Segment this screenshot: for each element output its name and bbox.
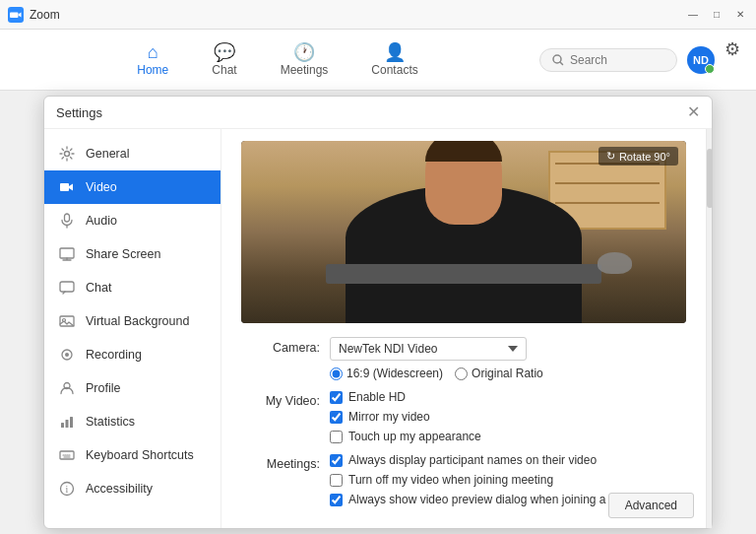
display-names-label: Always display participant names on thei…: [348, 453, 597, 467]
zoom-logo-icon: [8, 7, 24, 23]
turn-off-video-checkbox[interactable]: [330, 474, 343, 487]
tab-home[interactable]: ⌂ Home: [117, 35, 188, 85]
window-controls: — □ ✕: [685, 7, 748, 23]
tab-meetings-label: Meetings: [281, 63, 329, 77]
sidebar-video-label: Video: [86, 180, 117, 194]
desk: [326, 264, 601, 284]
camera-row: Camera: NewTek NDI Video Default Camera …: [241, 337, 686, 380]
chat-icon: 💬: [214, 43, 235, 61]
display-names-checkbox[interactable]: [330, 454, 343, 467]
mirror-video-label: Mirror my video: [348, 410, 430, 424]
svg-rect-7: [60, 282, 74, 292]
sidebar-item-audio[interactable]: Audio: [44, 204, 220, 237]
sidebar-item-recording[interactable]: Recording: [44, 338, 220, 371]
tab-chat[interactable]: 💬 Chat: [192, 35, 256, 85]
audio-icon: [58, 212, 76, 230]
touch-up-option[interactable]: Touch up my appearance: [330, 430, 686, 443]
video-preview: ↻ Rotate 90°: [241, 141, 686, 323]
sidebar-item-profile[interactable]: Profile: [44, 371, 220, 405]
my-video-controls: Enable HD Mirror my video Touch up my ap…: [330, 390, 686, 443]
sidebar-item-general[interactable]: General: [44, 137, 220, 170]
show-preview-checkbox[interactable]: [330, 494, 343, 506]
search-box[interactable]: [539, 48, 677, 72]
person-head: [425, 141, 502, 225]
scrollbar[interactable]: [706, 129, 712, 528]
nav-tabs: ⌂ Home 💬 Chat 🕐 Meetings 👤 Contacts: [16, 35, 539, 85]
tab-chat-label: Chat: [212, 63, 236, 77]
camera-feed: [241, 141, 686, 323]
top-nav: ⌂ Home 💬 Chat 🕐 Meetings 👤 Contacts ND ⚙: [0, 30, 756, 91]
display-names-option[interactable]: Always display participant names on thei…: [330, 453, 686, 467]
svg-rect-15: [70, 417, 73, 428]
avatar[interactable]: ND: [687, 46, 715, 74]
svg-rect-3: [60, 183, 69, 191]
mirror-video-checkbox[interactable]: [330, 411, 343, 424]
sidebar-item-accessibility[interactable]: i Accessibility: [44, 472, 220, 505]
ratio-original-option[interactable]: Original Ratio: [455, 367, 543, 380]
sidebar-item-share-screen[interactable]: Share Screen: [44, 237, 220, 271]
sidebar-profile-label: Profile: [86, 381, 120, 395]
general-icon: [58, 145, 76, 163]
profile-icon: [58, 379, 76, 397]
title-bar-title: Zoom: [30, 8, 60, 22]
video-icon: [58, 178, 76, 196]
sidebar-item-virtual-background[interactable]: Virtual Background: [44, 304, 220, 338]
sidebar-share-screen-label: Share Screen: [86, 247, 160, 261]
meetings-label: Meetings:: [241, 453, 320, 471]
sidebar-chat-label: Chat: [86, 281, 111, 295]
svg-rect-6: [60, 248, 74, 258]
sidebar-virtual-bg-label: Virtual Background: [86, 314, 189, 328]
turn-off-video-option[interactable]: Turn off my video when joining meeting: [330, 473, 686, 487]
sidebar-accessibility-label: Accessibility: [86, 482, 153, 496]
camera-select[interactable]: NewTek NDI Video Default Camera HD Webca…: [330, 337, 527, 361]
ratio-original-radio[interactable]: [455, 367, 468, 380]
sidebar-item-chat[interactable]: Chat: [44, 271, 220, 304]
settings-dialog: Settings ✕ General Video: [43, 96, 713, 529]
mirror-video-option[interactable]: Mirror my video: [330, 410, 686, 424]
settings-close-button[interactable]: ✕: [687, 104, 700, 120]
camera-label: Camera:: [241, 337, 320, 355]
recording-icon: [58, 346, 76, 364]
chat-sidebar-icon: [58, 279, 76, 297]
close-button[interactable]: ✕: [732, 7, 748, 23]
tab-contacts[interactable]: 👤 Contacts: [351, 35, 437, 85]
sidebar-item-keyboard-shortcuts[interactable]: Keyboard Shortcuts: [44, 438, 220, 472]
sidebar-recording-label: Recording: [86, 348, 142, 362]
title-bar: Zoom — □ ✕: [0, 0, 756, 30]
rotate-icon: ↻: [606, 150, 615, 163]
settings-body: General Video Audio: [44, 129, 712, 528]
ratio-row: 16:9 (Widescreen) Original Ratio: [330, 367, 686, 380]
main-area: Settings ✕ General Video: [0, 91, 756, 534]
settings-title: Settings: [56, 105, 102, 120]
touch-up-label: Touch up my appearance: [348, 430, 481, 443]
sidebar-item-video[interactable]: Video: [44, 170, 220, 204]
gear-icon[interactable]: ⚙: [724, 38, 740, 60]
rotate-button[interactable]: ↻ Rotate 90°: [598, 147, 678, 166]
minimize-button[interactable]: —: [685, 7, 701, 23]
statistics-icon: [58, 413, 76, 431]
sidebar-statistics-label: Statistics: [86, 415, 135, 429]
advanced-button[interactable]: Advanced: [608, 493, 694, 518]
ratio-widescreen-radio[interactable]: [330, 367, 343, 380]
enable-hd-checkbox[interactable]: [330, 391, 343, 404]
rotate-label: Rotate 90°: [619, 151, 670, 163]
enable-hd-option[interactable]: Enable HD: [330, 390, 686, 404]
ratio-widescreen-option[interactable]: 16:9 (Widescreen): [330, 367, 443, 380]
meetings-icon: 🕐: [293, 43, 315, 61]
svg-text:i: i: [66, 484, 69, 495]
search-input[interactable]: [570, 53, 659, 67]
maximize-button[interactable]: □: [709, 7, 724, 23]
settings-sidebar: General Video Audio: [44, 129, 221, 528]
tab-contacts-label: Contacts: [371, 63, 417, 77]
scrollbar-thumb[interactable]: [707, 149, 712, 208]
settings-content: ↻ Rotate 90° Camera: NewTek NDI Video De…: [221, 129, 706, 528]
svg-rect-13: [61, 423, 64, 428]
turn-off-video-label: Turn off my video when joining meeting: [348, 473, 553, 487]
sidebar-item-statistics[interactable]: Statistics: [44, 405, 220, 438]
share-screen-icon: [58, 245, 76, 263]
sidebar-general-label: General: [86, 147, 129, 161]
touch-up-checkbox[interactable]: [330, 431, 343, 443]
svg-point-2: [65, 152, 70, 157]
svg-rect-4: [65, 214, 70, 222]
tab-meetings[interactable]: 🕐 Meetings: [261, 35, 348, 85]
